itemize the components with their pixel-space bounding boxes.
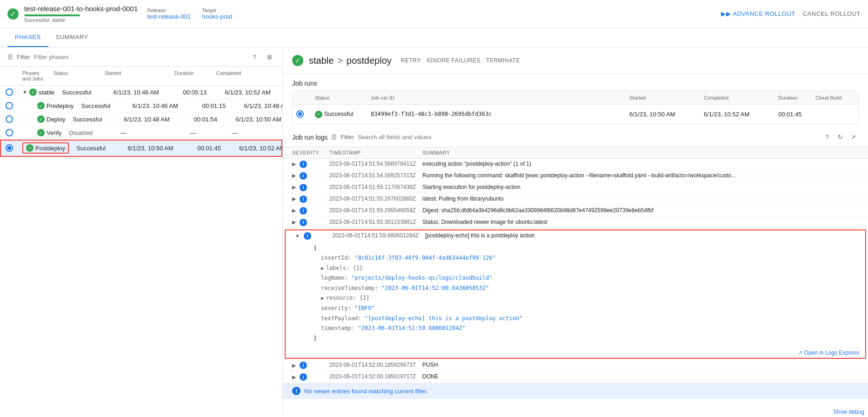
job-duration-postdeploy: 00:01:45 [194,145,235,152]
log-th-summary: SUMMARY [422,150,859,155]
filter-icon: ☰ [7,54,13,61]
log-row-6-container: ▼i 2023-06-01T14:51:59.880601284Z [postd… [285,229,866,359]
log-ts-4: 2023-06-01T14:51:55.295546058Z [329,207,422,214]
radio-predeploy [6,102,13,109]
job-name-verify: ✓ Verify [19,129,66,136]
log-sum-8: DONE [422,373,859,380]
log-sum-3: latest: Pulling from library/ubuntu [422,195,859,202]
job-duration-verify: — [187,129,228,136]
log-row-5[interactable]: ▶i 2023-06-01T14:51:55.301153981Z Status… [283,217,868,229]
log-sum-2: Starting execution for postdeploy-action [422,184,859,190]
cancel-rollout-button[interactable]: CANCEL ROLLOUT [803,10,861,17]
target-meta-item: Target hooks-prod [202,7,232,20]
job-duration-predeploy: 00:01:15 [199,102,240,109]
log-row-6[interactable]: ▼i 2023-06-01T14:51:59.880601284Z [postd… [286,230,865,242]
log-sum-0: executing action "postdeploy-action" (1 … [422,161,859,167]
th-radio [0,70,19,81]
release-info: test-release-001-to-hooks-prod-0001 Succ… [24,5,138,23]
jr-started-0: 6/1/23, 10:50 AM [626,107,700,121]
log-row-4[interactable]: ▶i 2023-06-01T14:51:55.295546058Z Digest… [283,205,868,217]
log-section: Job run logs ☰ Filter ? ↻ ↗ SEVERITY TIM… [283,128,868,415]
jr-id-0: 83499ef3-f3d1-48c3-b898-2695dbfd363c [367,107,626,121]
retry-button[interactable]: RETRY [401,57,421,64]
log-body: ▶i 2023-06-01T14:51:54.568978411Z execut… [283,159,868,415]
jr-status-0: ✓ Successful [311,107,367,122]
target-link[interactable]: hooks-prod [202,13,232,20]
job-row-postdeploy[interactable]: ✓ Postdeploy Successful 6/1/23, 10:50 AM… [0,140,282,157]
log-filter-label: Filter [341,134,354,141]
filter-input[interactable] [34,54,245,61]
jr-radio-selected [296,110,304,118]
log-row-3[interactable]: ▶i 2023-06-01T14:51:55.267602860Z latest… [283,194,868,205]
right-panel: ✓ stable > postdeploy RETRY IGNORE FAILU… [283,47,868,414]
th-phases: Phases and Jobs [19,70,50,81]
jr-row-0[interactable]: ✓ Successful 83499ef3-f3d1-48c3-b898-269… [293,105,858,124]
job-status-postdeploy: Successful [73,145,124,152]
arrow-separator: > [337,55,343,66]
release-meta: Release test-release-001 Target hooks-pr… [147,7,232,20]
jr-cloudbuild-0 [812,110,858,118]
log-ts-3: 2023-06-01T14:51:55.267602860Z [329,195,422,202]
jr-radio-0 [293,107,311,121]
log-sev-6: ▼i [295,232,332,240]
advance-rollout-button[interactable]: ▶▶ ADVANCE ROLLOUT [721,10,795,17]
log-row-8[interactable]: ▶i 2023-06-01T14:52:00.185019717Z DONE [283,371,868,383]
log-refresh-icon[interactable]: ↻ [835,132,846,143]
job-row-deploy[interactable]: ✓ Deploy Successful 6/1/23, 10:48 AM 00:… [0,113,282,126]
release-link[interactable]: test-release-001 [147,13,191,20]
phase-duration-stable: 00:05:13 [180,89,221,96]
ignore-failures-button[interactable]: IGNORE FAILURES [427,57,481,64]
phase-row-stable[interactable]: ▼ ✓ stable Successful 6/1/23, 10:46 AM 0… [0,86,282,99]
radio-verify [6,129,13,136]
terminate-button[interactable]: TERMINATE [486,57,520,64]
log-ts-8: 2023-06-01T14:52:00.185019717Z [329,373,422,380]
log-external-icon[interactable]: ↗ [848,132,859,143]
log-row-1[interactable]: ▶i 2023-06-01T14:51:54.569257315Z Runnin… [283,170,868,182]
help-icon[interactable]: ? [249,51,260,62]
job-completed-verify: — [228,129,282,136]
jr-th-cloudbuild: Cloud Build [812,91,858,104]
log-sev-4: ▶i [292,207,329,215]
show-debug-link[interactable]: Show debug [829,407,868,414]
log-row-0[interactable]: ▶i 2023-06-01T14:51:54.568978411Z execut… [283,159,868,170]
header: ✓ test-release-001-to-hooks-prod-0001 Su… [0,0,868,28]
th-completed: Completed [213,70,282,81]
job-runs-title: Job runs [283,74,868,91]
log-search-input[interactable] [358,134,818,141]
job-radio-predeploy [0,102,19,109]
left-panel: ☰ Filter ? ⊞ Phases and Jobs Status Star… [0,47,283,414]
phase-completed-stable: 6/1/23, 10:52 AM [221,89,282,96]
log-row-2[interactable]: ▶i 2023-06-01T14:51:55.117057436Z Starti… [283,182,868,194]
job-row-verify[interactable]: ✓ Verify Disabled — — — [0,126,282,140]
radio-postdeploy [6,144,13,152]
columns-icon[interactable]: ⊞ [264,51,275,62]
job-name-predeploy: ✓ Predeploy [19,102,78,109]
jr-th-started: Started [626,91,700,104]
radio-stable [6,88,13,96]
log-ts-6: 2023-06-01T14:51:59.880601284Z [332,232,425,239]
tab-summary[interactable]: SUMMARY [48,28,96,47]
job-radio-postdeploy [0,144,19,152]
log-table-header: SEVERITY TIMESTAMP SUMMARY [283,147,868,159]
job-completed-postdeploy: 6/1/23, 10:52 AM [235,145,282,152]
phases-table: Phases and Jobs Status Started Duration … [0,67,282,414]
phase-status-icon: ✓ [292,55,303,66]
success-label: Successful: stable [24,17,138,23]
job-duration-deploy: 00:01:54 [190,116,232,123]
jr-th-id: Job run ID [367,91,626,104]
info-icon-blue: i [292,387,300,395]
no-entries-banner: i No newer entries found matching curren… [283,383,868,399]
release-title: test-release-001-to-hooks-prod-0001 [24,5,138,13]
phase-header-title: stable > postdeploy [309,55,392,66]
job-name-deploy: ✓ Deploy [19,115,69,123]
filter-label: Filter [17,54,30,61]
log-help-icon[interactable]: ? [821,132,833,143]
job-status-predeploy: Successful [78,102,129,109]
tab-phases[interactable]: PHASES [7,28,48,47]
jr-th-completed: Completed [700,91,775,104]
jr-status-check-0: ✓ [315,111,322,118]
expand-arrow-0[interactable]: ▶ [292,161,296,167]
log-row-7[interactable]: ▶i 2023-06-01T14:52:00.1859256737 PUSH [283,360,868,371]
open-logs-explorer-link[interactable]: ↗ Open in Logs Explorer [798,350,860,356]
job-row-predeploy[interactable]: ✓ Predeploy Successful 6/1/23, 10:46 AM … [0,99,282,113]
